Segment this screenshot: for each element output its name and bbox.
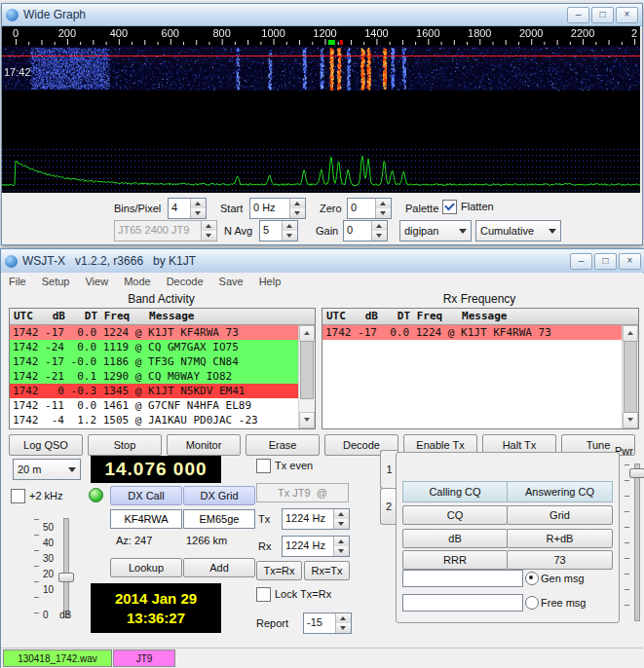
spinner-arrows-icon[interactable] bbox=[333, 537, 349, 556]
waterfall-canvas[interactable] bbox=[2, 26, 640, 194]
r-db-message-button[interactable]: R+dB bbox=[507, 529, 613, 548]
monitor-button[interactable]: Monitor bbox=[167, 434, 241, 456]
close-icon[interactable]: × bbox=[619, 253, 641, 270]
decode-row[interactable]: 1742 -4 1.2 1505 @ JA1KAU PD0JAC -23 bbox=[10, 413, 299, 427]
zero-spinbox[interactable]: 0 bbox=[347, 198, 392, 219]
bins-pixel-spinbox[interactable]: 4 bbox=[168, 198, 207, 219]
spinner-arrows-icon[interactable] bbox=[282, 221, 297, 241]
scrollbar-thumb[interactable] bbox=[300, 341, 314, 399]
spinner-arrows-icon[interactable] bbox=[190, 199, 206, 218]
menu-decode[interactable]: Decode bbox=[159, 273, 211, 290]
db-unit-label: dB bbox=[59, 610, 71, 620]
spinner-arrows-icon[interactable] bbox=[375, 199, 391, 218]
rx-frequency-scrollbar[interactable] bbox=[622, 325, 638, 428]
grid-message-button[interactable]: Grid bbox=[507, 505, 613, 525]
start-spinbox[interactable]: 0 Hz bbox=[249, 198, 306, 219]
rx-eq-tx-button[interactable]: Rx=Tx bbox=[304, 561, 350, 580]
n-avg-spinbox[interactable]: 5 bbox=[259, 220, 298, 241]
flatten-checkbox[interactable]: Flatten bbox=[442, 200, 494, 213]
decode-row[interactable]: 1742 -21 0.1 1290 @ CQ M0WAY IO82 bbox=[10, 369, 299, 384]
stop-button[interactable]: Stop bbox=[88, 434, 162, 456]
report-spinbox[interactable]: -15 bbox=[303, 612, 352, 634]
tx-message-box: Tx JT9 @ bbox=[256, 483, 349, 502]
add-button[interactable]: Add bbox=[183, 558, 255, 577]
audio-level-slider[interactable] bbox=[63, 518, 69, 617]
menu-file[interactable]: File bbox=[1, 273, 34, 290]
minimize-icon[interactable]: – bbox=[567, 7, 589, 23]
pwr-slider[interactable] bbox=[634, 464, 640, 621]
tx-even-label: Tx even bbox=[275, 460, 313, 471]
plus-2khz-checkbox[interactable]: +2 kHz bbox=[11, 489, 63, 502]
dx-grid-input[interactable] bbox=[183, 509, 255, 529]
db-message-button[interactable]: dB bbox=[402, 529, 508, 548]
tx-freq-spinbox[interactable]: 1224 Hz bbox=[282, 508, 350, 530]
spinner-arrows-icon[interactable] bbox=[335, 613, 351, 633]
maximize-icon[interactable]: □ bbox=[591, 7, 614, 23]
tab-2[interactable]: 2 bbox=[380, 488, 397, 525]
menu-save[interactable]: Save bbox=[211, 273, 251, 290]
pwr-slider-handle[interactable] bbox=[629, 468, 644, 478]
menu-mode[interactable]: Mode bbox=[116, 273, 159, 290]
decode-row[interactable]: 1742 -11 0.0 1461 @ G7CNF N4HFA EL89 bbox=[10, 398, 299, 413]
dx-grid-button[interactable]: DX Grid bbox=[183, 486, 255, 505]
decode-row[interactable]: 1742 0 -0.3 1345 @ K1JT N5KDV EM41 bbox=[10, 384, 299, 398]
gain-value: 0 bbox=[344, 221, 371, 241]
lock-tx-rx-checkbox[interactable]: Lock Tx=Rx bbox=[256, 587, 331, 601]
minimize-icon[interactable]: – bbox=[570, 253, 592, 270]
rx-freq-value: 1224 Hz bbox=[283, 537, 333, 556]
log-qso-button[interactable]: Log QSO bbox=[9, 434, 83, 456]
lock-tx-rx-label: Lock Tx=Rx bbox=[275, 588, 331, 600]
decode-row[interactable]: 1742 -17 0.0 1224 @ K1JT KF4RWA 73 bbox=[10, 325, 299, 340]
73-message-button[interactable]: 73 bbox=[507, 550, 613, 570]
zero-label: Zero bbox=[320, 202, 342, 215]
gain-spinbox[interactable]: 0 bbox=[343, 220, 388, 241]
flatten-label: Flatten bbox=[461, 201, 494, 212]
palette-value: digipan bbox=[400, 225, 455, 237]
menu-view[interactable]: View bbox=[77, 273, 116, 290]
checkbox-box bbox=[256, 587, 271, 602]
free-msg-input[interactable] bbox=[402, 594, 523, 612]
jt65-jt9-split-spinbox: JT65 2400 JT9 bbox=[114, 220, 217, 241]
dx-call-button[interactable]: DX Call bbox=[110, 486, 182, 505]
menu-setup[interactable]: Setup bbox=[34, 273, 78, 290]
maximize-icon[interactable]: □ bbox=[594, 253, 617, 270]
scroll-up-icon[interactable] bbox=[623, 325, 638, 342]
gen-msg-input[interactable] bbox=[402, 570, 523, 587]
rx-freq-spinbox[interactable]: 1224 Hz bbox=[282, 536, 350, 557]
rx-status-led-icon bbox=[89, 488, 103, 502]
band-activity-panel: UTC dB DT Freq Message 1742 -17 0.0 1224… bbox=[9, 308, 316, 429]
palette-combo[interactable]: digipan bbox=[399, 220, 472, 241]
tx-even-checkbox[interactable]: Tx even bbox=[256, 459, 313, 472]
wav-file-badge: 130418_1742.wav bbox=[3, 649, 112, 667]
scroll-down-icon[interactable] bbox=[623, 412, 638, 428]
spinner-arrows-icon[interactable] bbox=[289, 199, 305, 218]
scroll-up-icon[interactable] bbox=[299, 325, 315, 342]
band-combo[interactable]: 20 m bbox=[13, 459, 81, 480]
rrr-message-button[interactable]: RRR bbox=[402, 550, 508, 570]
free-msg-label: Free msg bbox=[541, 596, 586, 610]
menu-help[interactable]: Help bbox=[251, 273, 289, 290]
calling-cq-header: Calling CQ bbox=[402, 481, 508, 502]
decode-row[interactable]: 1742 -17 0.0 1224 @ K1JT KF4RWA 73 bbox=[322, 325, 623, 340]
scrollbar-thumb[interactable] bbox=[624, 341, 637, 413]
erase-button[interactable]: Erase bbox=[246, 434, 320, 456]
plus-2khz-label: +2 kHz bbox=[29, 490, 63, 501]
audio-level-slider-handle[interactable] bbox=[58, 573, 74, 582]
display-mode-combo[interactable]: Cumulative bbox=[475, 220, 561, 241]
gen-msg-radio[interactable] bbox=[525, 572, 539, 585]
tx-eq-rx-button[interactable]: Tx=Rx bbox=[256, 561, 302, 580]
scroll-down-icon[interactable] bbox=[299, 412, 315, 428]
wide-graph-titlebar[interactable]: Wide Graph – □ × bbox=[2, 4, 642, 26]
cq-message-button[interactable]: CQ bbox=[402, 505, 508, 525]
dx-call-input[interactable] bbox=[110, 509, 182, 529]
band-value: 20 m bbox=[14, 464, 64, 475]
close-icon[interactable]: × bbox=[616, 7, 638, 23]
decode-row[interactable]: 1742 -24 0.0 1119 @ CQ GM7GAX IO75 bbox=[10, 340, 299, 354]
lookup-button[interactable]: Lookup bbox=[110, 558, 182, 577]
spinner-arrows-icon[interactable] bbox=[371, 221, 387, 241]
main-titlebar[interactable]: WSJT-X v1.2.2, r3666 by K1JT – □ × bbox=[1, 249, 644, 274]
band-activity-scrollbar[interactable] bbox=[298, 325, 315, 428]
decode-row[interactable]: 1742 -17 -0.0 1186 @ TF3G N7MQ CN84 bbox=[10, 354, 299, 369]
spinner-arrows-icon[interactable] bbox=[333, 509, 349, 529]
free-msg-radio[interactable] bbox=[525, 596, 539, 610]
